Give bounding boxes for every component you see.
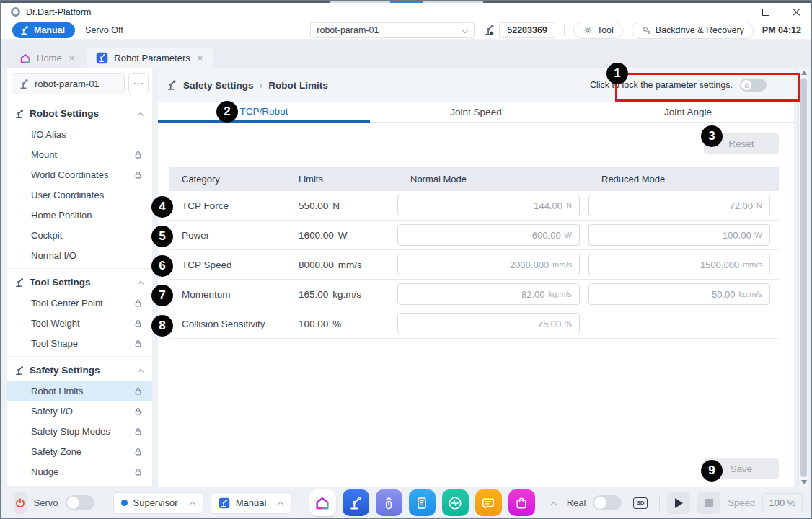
limit-value: 550.00 bbox=[299, 200, 328, 211]
real-sim-toggle[interactable] bbox=[593, 495, 622, 510]
app-window: Dr.Dart-Platform Manual Servo Off robot-… bbox=[0, 0, 812, 519]
dock-app-robot-parameters-icon[interactable] bbox=[343, 489, 369, 516]
vertical-scrollbar[interactable] bbox=[798, 68, 808, 487]
section-title: Safety Settings bbox=[30, 365, 100, 376]
sidebar-item-normal-io[interactable]: Normal I/O bbox=[7, 245, 152, 265]
param-select[interactable]: robot-param-01 bbox=[310, 22, 475, 38]
scroll-up-icon[interactable] bbox=[801, 71, 807, 75]
sidebar-item-tool-weight[interactable]: Tool Weight bbox=[7, 313, 152, 333]
play-button[interactable] bbox=[667, 492, 690, 514]
section-robot-settings[interactable]: Robot Settings bbox=[7, 103, 152, 124]
servo-state-label: Servo Off bbox=[85, 25, 123, 35]
table-row-tcp-speed: TCP Speed 8000.00mm/s 2000.000mm/s 1500.… bbox=[169, 250, 779, 280]
annotation-highlight-box bbox=[615, 73, 800, 102]
sidebar-item-world-coordinates[interactable]: World Coordinates bbox=[7, 164, 152, 185]
dock-collapse-icon[interactable] bbox=[551, 500, 554, 506]
input-value: 100.00 bbox=[723, 230, 751, 241]
window-title: Dr.Dart-Platform bbox=[26, 7, 91, 17]
normal-mode-input[interactable]: 600.00W bbox=[397, 224, 580, 246]
power-button[interactable] bbox=[14, 492, 27, 514]
robot-serial-chip[interactable]: 52203369 bbox=[499, 22, 555, 38]
section-title: Robot Settings bbox=[30, 108, 99, 119]
dock-app-monitoring-icon[interactable] bbox=[442, 489, 469, 516]
row-category: Momentum bbox=[169, 289, 286, 300]
dock-app-teach-remote-icon[interactable] bbox=[376, 489, 402, 516]
dock-app-dart-home-icon[interactable] bbox=[309, 489, 336, 516]
sidebar-item-user-coordinates[interactable]: User Coordinates bbox=[7, 185, 152, 205]
row-category: Power bbox=[169, 230, 286, 241]
annotation-badge-9: 9 bbox=[701, 460, 723, 482]
more-options-button[interactable] bbox=[128, 73, 149, 94]
stop-button[interactable] bbox=[697, 492, 720, 514]
sidebar-item-tool-center-point[interactable]: Tool Center Point bbox=[7, 293, 152, 313]
close-button[interactable] bbox=[781, 3, 811, 21]
backdrive-recovery-button[interactable]: Backdrive & Recovery bbox=[632, 22, 754, 39]
role-select-value: Supervisor bbox=[133, 497, 178, 508]
col-normal-mode: Normal Mode bbox=[397, 174, 588, 185]
lock-icon bbox=[133, 427, 143, 436]
reduced-mode-input[interactable]: 1500.000mm/s bbox=[588, 254, 770, 275]
input-unit: kg.m/s bbox=[549, 290, 572, 298]
tab-joint-speed[interactable]: Joint Speed bbox=[370, 102, 582, 123]
tab-tcp-robot[interactable]: TCP/Robot bbox=[158, 102, 370, 123]
tab-robot-parameters[interactable]: Robot Parameters × bbox=[87, 48, 213, 68]
sidebar-item-cockpit[interactable]: Cockpit bbox=[7, 225, 152, 245]
role-select[interactable]: Supervisor bbox=[113, 492, 203, 514]
servo-toggle[interactable] bbox=[66, 495, 94, 510]
dock-app-task-writer-icon[interactable] bbox=[409, 489, 436, 516]
manual-mode-badge[interactable]: Manual bbox=[12, 22, 75, 38]
section-tool-settings[interactable]: Tool Settings bbox=[7, 272, 152, 293]
viewer-3d-button[interactable]: 3D bbox=[629, 492, 652, 514]
annotation-badge-2: 2 bbox=[216, 101, 238, 123]
sidebar-item-safety-stop-modes[interactable]: Safety Stop Modes bbox=[7, 421, 152, 441]
tab-robot-parameters-close-icon[interactable]: × bbox=[196, 53, 205, 63]
stop-icon bbox=[705, 499, 713, 507]
col-limits: Limits bbox=[286, 174, 397, 185]
section-title: Tool Settings bbox=[30, 277, 91, 288]
limit-value: 8000.00 bbox=[299, 260, 334, 270]
mode-select[interactable]: Manual bbox=[211, 492, 292, 514]
sidebar-item-home-position[interactable]: Home Position bbox=[7, 205, 152, 225]
param-name-field[interactable]: robot-param-01 bbox=[12, 73, 125, 94]
sidebar-item-tool-shape[interactable]: Tool Shape bbox=[7, 333, 152, 353]
annotation-badge-4: 4 bbox=[151, 196, 173, 218]
sidebar-item-safety-zone[interactable]: Safety Zone bbox=[7, 441, 152, 461]
sidebar-item-safety-io[interactable]: Safety I/O bbox=[7, 401, 152, 421]
tab-home[interactable]: Home × bbox=[11, 48, 84, 68]
lock-icon bbox=[133, 407, 143, 416]
tab-home-label: Home bbox=[37, 53, 62, 63]
normal-mode-input[interactable]: 75.00% bbox=[397, 313, 580, 334]
minimize-button[interactable] bbox=[720, 3, 751, 21]
input-unit: W bbox=[565, 231, 572, 239]
reduced-mode-input[interactable]: 100.00W bbox=[588, 224, 770, 246]
scrollbar-thumb[interactable] bbox=[800, 78, 807, 477]
wrench-icon bbox=[641, 25, 651, 35]
dock-app-message-log-icon[interactable] bbox=[475, 489, 502, 516]
sidebar-item-io-alias[interactable]: I/O Alias bbox=[7, 124, 152, 144]
annotation-badge-8: 8 bbox=[151, 315, 173, 337]
sidebar-item-robot-limits[interactable]: Robot Limits bbox=[7, 381, 152, 401]
maximize-button[interactable] bbox=[751, 3, 781, 21]
chevron-down-icon bbox=[462, 27, 468, 33]
normal-mode-input[interactable]: 82.00kg.m/s bbox=[397, 283, 580, 305]
tab-home-close-icon[interactable]: × bbox=[68, 53, 76, 63]
section-safety-settings[interactable]: Safety Settings bbox=[7, 360, 152, 381]
lock-icon bbox=[133, 319, 143, 328]
dart-logo-icon bbox=[11, 7, 20, 17]
reduced-mode-input[interactable]: 50.00kg.m/s bbox=[588, 283, 770, 305]
input-unit: % bbox=[565, 319, 572, 328]
dock-app-store-icon[interactable] bbox=[508, 489, 535, 516]
breadcrumb-section[interactable]: Safety Settings bbox=[183, 80, 254, 91]
sidebar-item-mount[interactable]: Mount bbox=[7, 144, 152, 164]
lock-icon bbox=[133, 386, 143, 396]
scroll-down-icon[interactable] bbox=[801, 480, 807, 484]
sidebar-item-nudge[interactable]: Nudge bbox=[7, 461, 152, 482]
reduced-mode-input[interactable]: 72.00N bbox=[588, 195, 770, 216]
tool-button[interactable]: Tool bbox=[573, 22, 623, 39]
normal-mode-input[interactable]: 144.00N bbox=[397, 195, 580, 216]
tab-joint-angle[interactable]: Joint Angle bbox=[582, 102, 794, 123]
normal-mode-input[interactable]: 2000.000mm/s bbox=[397, 254, 580, 275]
speed-value-box[interactable]: 100 % bbox=[762, 493, 803, 513]
lock-icon bbox=[133, 170, 143, 179]
annotation-badge-6: 6 bbox=[151, 255, 173, 277]
